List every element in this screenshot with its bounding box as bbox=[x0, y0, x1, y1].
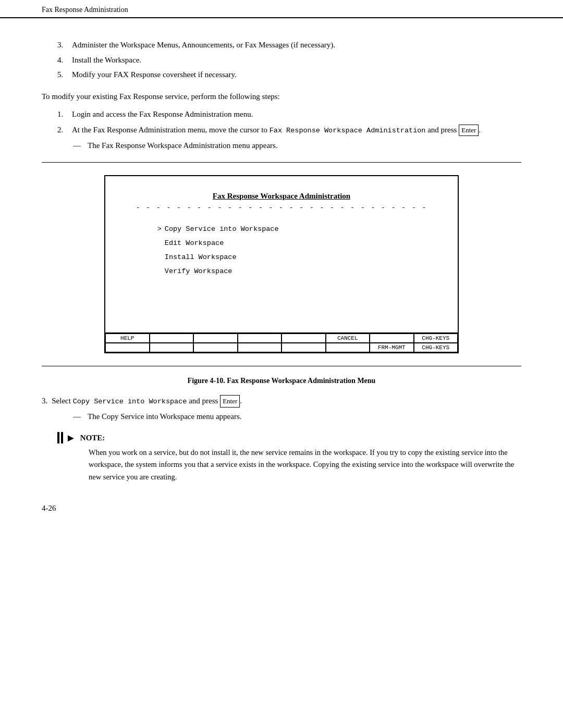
modify-steps-list: 1. Login and access the Fax Response Adm… bbox=[57, 108, 521, 137]
cursor-empty bbox=[157, 237, 162, 250]
list-item-2: 2. At the Fax Response Administration me… bbox=[57, 124, 521, 137]
intro-para: To modify your existing Fax Response ser… bbox=[42, 90, 521, 103]
fkey-bot-row: FRM-MGMT CHG-KEYS bbox=[105, 343, 458, 352]
fkey-f7-top bbox=[370, 334, 414, 343]
fkey-bar: HELP CANCEL CHG-KEYS bbox=[105, 332, 458, 352]
cursor-arrow: > bbox=[157, 223, 162, 236]
fkey-f5-top bbox=[282, 334, 326, 343]
note-label: NOTE: bbox=[80, 434, 112, 442]
screen-menu: > Copy Service into Workspace Edit Works… bbox=[157, 222, 437, 278]
note-header: ► NOTE: bbox=[57, 432, 521, 443]
screen-box: Fax Response Workspace Administration - … bbox=[104, 175, 459, 353]
enter-key: Enter bbox=[459, 125, 479, 137]
header-bar: Fax Response Administration bbox=[0, 0, 563, 18]
intro-steps-list: 3. Administer the Workspace Menus, Annou… bbox=[57, 39, 521, 81]
screen-dashes: - - - - - - - - - - - - - - - - - - - - … bbox=[126, 204, 437, 212]
fkey-f1-bot bbox=[105, 343, 150, 352]
page-container: Fax Response Administration 3. Administe… bbox=[0, 0, 563, 728]
menu-item-4: Verify Workspace bbox=[157, 264, 437, 278]
page-number: 4-26 bbox=[42, 504, 521, 513]
step3-line: 3. Select Copy Service into Workspace an… bbox=[42, 394, 521, 408]
header-title: Fax Response Administration bbox=[42, 6, 128, 14]
screen-title: Fax Response Workspace Administration bbox=[126, 192, 437, 201]
note-bar2 bbox=[61, 432, 63, 443]
note-container: ► NOTE: When you work on a service, but … bbox=[57, 432, 521, 483]
fkey-help: HELP bbox=[105, 334, 150, 343]
list-item: 5. Modify your FAX Response coversheet i… bbox=[57, 69, 521, 81]
fkey-chgkeys-bot: CHG-KEYS bbox=[414, 343, 458, 352]
code-snippet: Fax Response Workspace Administration bbox=[270, 127, 426, 134]
fkey-f2-top bbox=[150, 334, 194, 343]
list-item: 3. Administer the Workspace Menus, Annou… bbox=[57, 39, 521, 51]
step3-code: Copy Service into Workspace bbox=[73, 398, 187, 405]
fkey-rows: HELP CANCEL CHG-KEYS bbox=[105, 333, 458, 352]
fkey-cancel: CANCEL bbox=[326, 334, 370, 343]
list-item: 4. Install the Workspace. bbox=[57, 54, 521, 66]
divider-top bbox=[42, 162, 521, 163]
fkey-f6-bot bbox=[326, 343, 370, 352]
content-area: 3. Administer the Workspace Menus, Annou… bbox=[42, 34, 521, 513]
fkey-f5-bot bbox=[282, 343, 326, 352]
fkey-f4-bot bbox=[238, 343, 282, 352]
fkey-frm-mgmt: FRM-MGMT bbox=[370, 343, 414, 352]
fkey-f3-bot bbox=[193, 343, 238, 352]
fkey-top-row: HELP CANCEL CHG-KEYS bbox=[105, 333, 458, 343]
divider-bottom bbox=[42, 366, 521, 366]
figure-caption: Figure 4-10. Fax Response Workspace Admi… bbox=[42, 377, 521, 385]
menu-item-2: Edit Workspace bbox=[157, 236, 437, 250]
fkey-f4-top bbox=[238, 334, 282, 343]
list-item: 1. Login and access the Fax Response Adm… bbox=[57, 108, 521, 120]
note-chevron-icon: ► bbox=[66, 433, 76, 443]
note-bar1 bbox=[57, 432, 59, 443]
fkey-f2-bot bbox=[150, 343, 194, 352]
note-symbol: ► bbox=[57, 432, 76, 443]
sub-bullet: — The Fax Response Workspace Administrat… bbox=[73, 139, 521, 152]
step3-enter-key: Enter bbox=[220, 395, 240, 408]
fkey-f3-top bbox=[193, 334, 238, 343]
screen-content: Fax Response Workspace Administration - … bbox=[105, 176, 458, 322]
note-text: When you work on a service, but do not i… bbox=[89, 447, 521, 483]
fkey-chgkeys-top: CHG-KEYS bbox=[414, 334, 458, 343]
step3-sub-bullet: — The Copy Service into Workspace menu a… bbox=[73, 410, 521, 423]
menu-item-1: > Copy Service into Workspace bbox=[157, 222, 437, 236]
menu-item-3: Install Workspace bbox=[157, 250, 437, 264]
